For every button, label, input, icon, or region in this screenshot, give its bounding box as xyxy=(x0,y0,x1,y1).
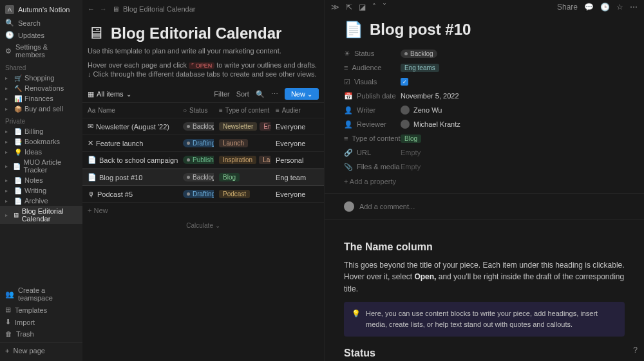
prop-name: Reviewer xyxy=(357,120,386,128)
share-button[interactable]: Share xyxy=(557,3,578,12)
property-row[interactable]: 📅Publish dateNovember 5, 2022 xyxy=(344,89,625,103)
property-row[interactable]: 👤ReviewerMichael Krantz xyxy=(344,117,625,131)
more-icon[interactable]: ⋯ xyxy=(271,90,278,98)
comment-input-row[interactable] xyxy=(325,193,644,220)
caret-icon[interactable]: ▸ xyxy=(5,188,12,194)
peek-expand-icon[interactable]: ≫ xyxy=(331,3,339,12)
callout-block[interactable]: 💡 Here, you can use content blocks to wr… xyxy=(344,302,625,337)
caret-icon[interactable]: ▸ xyxy=(5,178,12,183)
add-property-button[interactable]: + Add a property xyxy=(344,174,625,189)
page-icon[interactable]: 📄 xyxy=(344,21,363,39)
back-button[interactable]: ← xyxy=(88,5,95,13)
new-button[interactable]: New ⌄ xyxy=(285,88,319,100)
caret-icon[interactable]: ▸ xyxy=(5,149,12,155)
page-item[interactable]: ▸📄Writing xyxy=(0,185,82,196)
sidebar-item[interactable]: ⚙Settings & members xyxy=(0,41,82,60)
sort-button[interactable]: Sort xyxy=(236,90,249,98)
comments-icon[interactable]: 💬 xyxy=(584,3,594,12)
col-header-status[interactable]: ○Status xyxy=(178,103,214,118)
prop-text: November 5, 2022 xyxy=(401,92,459,100)
updates-icon[interactable]: 🕒 xyxy=(600,3,610,12)
property-row[interactable]: ☑Visuals✓ xyxy=(344,75,625,89)
page-icon: 🖥 xyxy=(112,5,119,13)
instruction-2: ↓ Click through the different database t… xyxy=(82,70,324,83)
caret-icon[interactable]: ▸ xyxy=(5,163,10,169)
page-item[interactable]: ▸📑Bookmarks xyxy=(0,136,82,147)
new-page-button[interactable]: + New page xyxy=(0,342,82,358)
col-header-audience[interactable]: ≡Audier xyxy=(270,103,309,118)
property-row[interactable]: 📎Files & mediaEmpty xyxy=(344,160,625,174)
sidebar-item[interactable]: 🗑Trash xyxy=(0,328,82,340)
panel-page-title[interactable]: Blog post #10 xyxy=(370,21,471,39)
page-item[interactable]: ▸📊Finances xyxy=(0,93,82,104)
comment-input[interactable] xyxy=(359,203,625,210)
caret-icon[interactable]: ▸ xyxy=(5,96,12,102)
next-icon[interactable]: ˅ xyxy=(383,3,386,12)
status-pill: Drafting xyxy=(183,139,214,147)
page-icon: 📦 xyxy=(14,106,22,113)
heading[interactable]: The Name column xyxy=(344,239,625,255)
caret-icon[interactable]: ▸ xyxy=(5,129,12,134)
page-item[interactable]: ▸🛒Shopping xyxy=(0,73,82,83)
caret-icon[interactable]: ▸ xyxy=(5,106,12,112)
chevron-down-icon: ⌄ xyxy=(126,91,131,98)
property-row[interactable]: ≡AudienceEng teams xyxy=(344,60,625,75)
sidebar-section-header[interactable]: Shared xyxy=(0,60,82,73)
page-icon[interactable]: 🖥 xyxy=(88,23,104,43)
page-item[interactable]: ▸📄Notes xyxy=(0,175,82,185)
caret-icon[interactable]: ▸ xyxy=(5,139,12,145)
page-item[interactable]: ▸📄MUO Article Tracker xyxy=(0,157,82,175)
page-item[interactable]: ▸📄Archive xyxy=(0,196,82,206)
view-tab[interactable]: ▦ All items ⌄ xyxy=(88,90,131,98)
page-item[interactable]: ▸📄Billing xyxy=(0,126,82,136)
caret-icon[interactable]: ▸ xyxy=(5,86,12,91)
sidebar-item[interactable]: ⊞Templates xyxy=(0,304,82,316)
checkbox-checked-icon[interactable]: ✓ xyxy=(401,78,408,86)
heading[interactable]: Status xyxy=(344,346,625,361)
forward-button[interactable]: → xyxy=(100,5,107,13)
page-subtitle[interactable]: Use this template to plan and write all … xyxy=(82,43,324,61)
page-item[interactable]: ▸💡Ideas xyxy=(0,147,82,157)
more-icon[interactable]: ⋯ xyxy=(630,3,638,12)
page-body[interactable]: The Name column This goes beyond the tit… xyxy=(325,220,644,361)
property-row[interactable]: 🔗URLEmpty xyxy=(344,145,625,160)
table-row[interactable]: ✕Feature launch Drafting Launch Everyone xyxy=(82,135,324,152)
sidebar-item[interactable]: 👥Create a teamspace xyxy=(0,284,82,304)
table-row[interactable]: ✉Newsletter (August '22) Backlog Newslet… xyxy=(82,118,324,135)
avatar xyxy=(344,201,354,212)
star-icon[interactable]: ☆ xyxy=(616,3,623,12)
col-header-type[interactable]: ≡Type of content xyxy=(214,103,270,118)
filter-button[interactable]: Filter xyxy=(214,90,229,98)
table-row[interactable]: 🎙Podcast #5 Drafting Podcast Everyone xyxy=(82,186,324,203)
table-row[interactable]: 📄Back to school campaign Published Inspi… xyxy=(82,152,324,169)
row-name: Podcast #5 xyxy=(97,190,133,198)
peek-mode-icon[interactable]: ⇱ xyxy=(346,3,352,12)
caret-icon[interactable]: ▸ xyxy=(5,198,12,204)
item-label: Create a teamspace xyxy=(18,286,77,302)
sidebar-item[interactable]: 🔍Search xyxy=(0,17,82,29)
page-item[interactable]: ▸📦Buy and sell xyxy=(0,104,82,114)
caret-icon[interactable]: ▸ xyxy=(5,75,12,81)
workspace-switcher[interactable]: A Autumn's Notion xyxy=(0,3,82,17)
page-title[interactable]: Blog Editorial Calendar xyxy=(111,24,281,42)
help-button[interactable]: ? xyxy=(633,346,638,355)
property-row[interactable]: ☀StatusBacklog xyxy=(344,46,625,60)
table-row[interactable]: 📄Blog post #10 Backlog Blog Eng team xyxy=(82,169,324,186)
sidebar-section-header[interactable]: Private xyxy=(0,114,82,126)
sidebar-item[interactable]: ⬇Import xyxy=(0,316,82,328)
property-row[interactable]: 👤WriterZeno Wu xyxy=(344,103,625,117)
item-icon: 👥 xyxy=(5,290,14,299)
page-item[interactable]: ▸🖥Blog Editorial Calendar xyxy=(0,206,82,224)
breadcrumb[interactable]: 🖥 Blog Editorial Calendar xyxy=(112,5,196,13)
sidebar-item[interactable]: 🕒Updates xyxy=(0,29,82,41)
caret-icon[interactable]: ▸ xyxy=(5,212,10,218)
calculate-button[interactable]: Calculate ⌄ xyxy=(82,218,324,233)
peek-layout-icon[interactable]: ◪ xyxy=(359,3,366,12)
new-row-button[interactable]: + New xyxy=(82,203,324,218)
prev-icon[interactable]: ˄ xyxy=(372,3,376,12)
col-header-name[interactable]: AaName xyxy=(82,103,178,118)
page-item[interactable]: ▸🔨Renovations xyxy=(0,83,82,93)
search-icon[interactable]: 🔍 xyxy=(256,90,265,98)
property-row[interactable]: ≡Type of contentBlog xyxy=(344,131,625,145)
prop-name: Visuals xyxy=(354,78,377,86)
